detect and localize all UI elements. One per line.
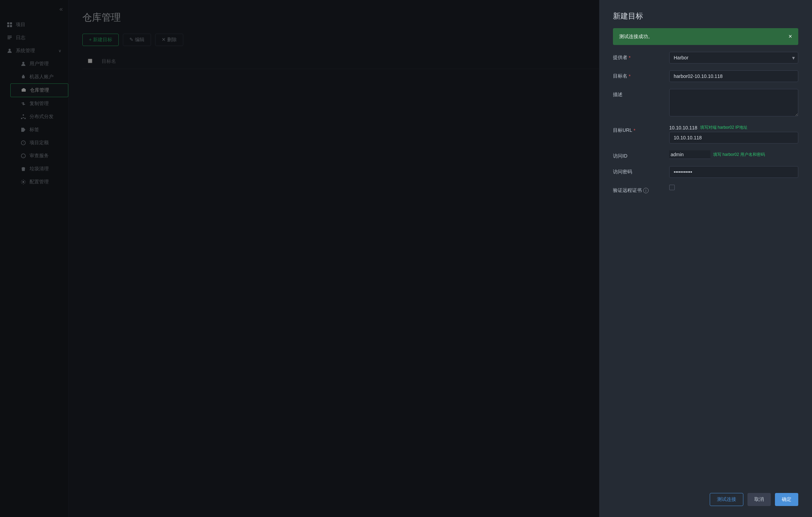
cert-control (669, 185, 798, 190)
url-hint: 填写对端 harbor02 IP地址 (700, 125, 747, 130)
provider-select[interactable]: Harbor (669, 52, 798, 64)
alert-message: 测试连接成功。 (619, 34, 653, 40)
access-id-label: 访问ID (613, 150, 661, 159)
access-pwd-row: 访问密码 (613, 166, 798, 178)
url-value-row: 10.10.10.118 填写对端 harbor02 IP地址 (669, 125, 798, 130)
cert-checkbox[interactable] (669, 185, 675, 190)
id-value-row: 填写 harbor02 用户名和密码 (669, 150, 798, 159)
alert-close-button[interactable]: × (788, 33, 792, 40)
name-label: 目标名 * (613, 70, 661, 79)
cert-label: 验证远程证书 i (613, 185, 661, 194)
name-control (669, 70, 798, 82)
new-target-dialog: 新建目标 测试连接成功。 × 提供者 * Harbor ▾ (599, 0, 812, 517)
desc-label: 描述 (613, 89, 661, 98)
access-id-hint: 填写 harbor02 用户名和密码 (713, 152, 765, 158)
name-input[interactable] (669, 70, 798, 82)
access-pwd-control (669, 166, 798, 178)
name-row: 目标名 * (613, 70, 798, 82)
url-value: 10.10.10.118 (669, 125, 697, 130)
required-mark: * (629, 55, 630, 60)
info-icon[interactable]: i (643, 188, 649, 193)
dialog-overlay: 新建目标 测试连接成功。 × 提供者 * Harbor ▾ (0, 0, 812, 517)
provider-label: 提供者 * (613, 52, 661, 61)
desc-row: 描述 (613, 89, 798, 118)
success-alert: 测试连接成功。 × (613, 28, 798, 45)
desc-control (669, 89, 798, 118)
required-mark: * (629, 73, 630, 79)
url-control: 10.10.10.118 填写对端 harbor02 IP地址 (669, 125, 798, 143)
provider-row: 提供者 * Harbor ▾ (613, 52, 798, 64)
dialog-footer: 测试连接 取消 确定 (613, 486, 798, 506)
access-id-input[interactable] (669, 150, 710, 159)
dialog-title: 新建目标 (613, 11, 798, 21)
url-input[interactable] (669, 132, 798, 143)
access-id-row: 访问ID 填写 harbor02 用户名和密码 (613, 150, 798, 159)
cert-row: 验证远程证书 i (613, 185, 798, 194)
url-row: 目标URL * 10.10.10.118 填写对端 harbor02 IP地址 (613, 125, 798, 143)
desc-input[interactable] (669, 89, 798, 116)
access-id-control: 填写 harbor02 用户名和密码 (669, 150, 798, 159)
cancel-button[interactable]: 取消 (747, 493, 771, 506)
url-label: 目标URL * (613, 125, 661, 134)
required-mark: * (634, 128, 635, 133)
confirm-button[interactable]: 确定 (775, 493, 798, 506)
provider-control: Harbor ▾ (669, 52, 798, 64)
access-pwd-input[interactable] (669, 166, 798, 178)
provider-select-wrapper: Harbor ▾ (669, 52, 798, 64)
cert-checkbox-row (669, 185, 798, 190)
access-pwd-label: 访问密码 (613, 166, 661, 175)
test-connection-button[interactable]: 测试连接 (710, 493, 743, 506)
